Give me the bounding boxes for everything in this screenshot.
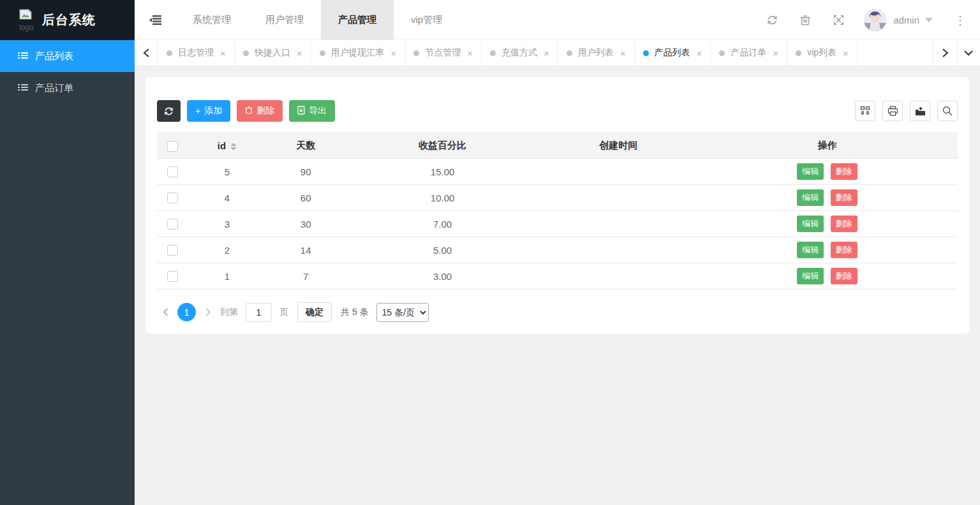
tab-close-icon[interactable]: × [220, 48, 226, 59]
tab-close-icon[interactable]: × [697, 48, 702, 59]
tab-product-orders[interactable]: 产品订单 × [711, 40, 787, 66]
top-navbar: 系统管理 用户管理 产品管理 vip管理 [135, 0, 980, 40]
tab-close-icon[interactable]: × [544, 48, 549, 59]
delete-row-button[interactable]: 删除 [831, 189, 858, 206]
tab-log-management[interactable]: 日志管理 × [158, 40, 235, 66]
tabs-scroll-left-icon[interactable] [135, 40, 158, 66]
table-toolbar: +添加 删除 导出 [157, 100, 958, 122]
username-label[interactable]: admin [893, 15, 919, 26]
broken-image-icon [19, 9, 32, 22]
user-avatar[interactable] [864, 9, 886, 31]
app-title: 后台系统 [42, 11, 96, 29]
delete-row-button[interactable]: 删除 [831, 268, 858, 284]
table-row: 2 14 5.00 编辑 删除 [157, 237, 958, 263]
delete-button[interactable]: 删除 [237, 100, 283, 122]
cell-id: 2 [188, 237, 267, 263]
columns-icon[interactable] [855, 101, 875, 121]
table-refresh-button[interactable] [157, 100, 181, 122]
select-all-checkbox[interactable] [167, 141, 178, 152]
sidebar-item-product-list[interactable]: 产品列表 [0, 40, 135, 72]
tab-close-icon[interactable]: × [467, 48, 473, 59]
user-dropdown-caret-icon[interactable] [925, 18, 933, 22]
topbar-right: admin ⋮ [755, 9, 980, 31]
column-header-id[interactable]: id [188, 133, 267, 159]
delete-row-button[interactable]: 删除 [831, 242, 858, 258]
cell-days: 14 [267, 237, 345, 263]
tab-dot-icon [243, 50, 249, 56]
tab-close-icon[interactable]: × [843, 48, 849, 59]
tab-label: 用户提现汇率 [331, 47, 385, 59]
row-checkbox[interactable] [167, 193, 178, 203]
refresh-icon[interactable] [755, 15, 789, 26]
tab-quick-entry[interactable]: 快捷入口 × [235, 40, 311, 66]
tabs-dropdown-icon[interactable] [956, 40, 980, 66]
topnav-label: vip管理 [411, 14, 442, 26]
tab-withdraw-rate[interactable]: 用户提现汇率 × [311, 40, 406, 66]
tab-close-icon[interactable]: × [297, 48, 302, 59]
cell-created [540, 185, 697, 211]
tab-label: 快捷入口 [255, 47, 290, 59]
edit-button[interactable]: 编辑 [797, 189, 824, 206]
tab-close-icon[interactable]: × [773, 48, 778, 59]
tab-user-list[interactable]: 用户列表 × [558, 40, 635, 66]
edit-button[interactable]: 编辑 [797, 268, 824, 284]
row-checkbox[interactable] [167, 219, 178, 230]
tab-product-list[interactable]: 产品列表 × [635, 40, 711, 66]
main-area: 系统管理 用户管理 产品管理 vip管理 [135, 0, 980, 505]
page-size-select[interactable]: 15 条/页 [376, 303, 429, 322]
add-button[interactable]: +添加 [187, 100, 230, 122]
more-menu-icon[interactable]: ⋮ [949, 13, 971, 27]
tab-close-icon[interactable]: × [391, 48, 397, 59]
topnav-item-system[interactable]: 系统管理 [175, 0, 248, 40]
topnav-label: 用户管理 [265, 14, 304, 26]
cell-id: 3 [188, 211, 267, 237]
content-area: +添加 删除 导出 [135, 66, 980, 505]
tab-dot-icon [719, 50, 725, 56]
column-label: id [218, 140, 226, 151]
row-checkbox[interactable] [167, 245, 178, 256]
prev-page-icon[interactable] [157, 308, 174, 316]
export-data-icon[interactable] [910, 101, 930, 121]
goto-page-input[interactable] [246, 303, 272, 322]
cell-percent: 3.00 [345, 263, 540, 289]
column-header-percent: 收益百分比 [345, 133, 540, 159]
edit-button[interactable]: 编辑 [797, 216, 824, 232]
sort-icon[interactable] [230, 143, 237, 150]
cell-created [540, 159, 697, 185]
sidebar: logo 后台系统 产品列表 产品订单 [0, 0, 135, 505]
table-header-row: id 天数 收益百分比 创建时间 操作 [157, 133, 958, 159]
cell-percent: 10.00 [345, 185, 540, 211]
current-page-button[interactable]: 1 [177, 303, 196, 321]
edit-button[interactable]: 编辑 [797, 163, 824, 180]
row-checkbox[interactable] [167, 166, 178, 177]
delete-row-button[interactable]: 删除 [831, 163, 858, 180]
fullscreen-icon[interactable] [822, 15, 855, 26]
topnav-item-vip[interactable]: vip管理 [394, 0, 459, 40]
cell-days: 60 [267, 185, 345, 211]
tab-node-management[interactable]: 节点管理 × [405, 40, 482, 66]
print-icon[interactable] [882, 101, 903, 121]
topnav-item-product[interactable]: 产品管理 [321, 0, 394, 40]
trash-icon[interactable] [789, 15, 822, 26]
tab-dot-icon [643, 50, 649, 56]
topnav-label: 系统管理 [193, 14, 231, 26]
topnav-item-user[interactable]: 用户管理 [248, 0, 321, 40]
tab-vip-list[interactable]: vip列表 × [787, 40, 858, 66]
confirm-page-button[interactable]: 确定 [297, 302, 332, 322]
sidebar-item-label: 产品列表 [35, 50, 73, 62]
cell-percent: 5.00 [345, 237, 540, 263]
export-button-label: 导出 [309, 105, 327, 117]
search-icon[interactable] [937, 101, 958, 121]
edit-button[interactable]: 编辑 [797, 242, 824, 258]
next-page-icon[interactable] [200, 308, 216, 316]
tab-recharge-method[interactable]: 充值方式 × [482, 40, 558, 66]
product-list-card: +添加 删除 导出 [145, 77, 969, 333]
row-checkbox[interactable] [167, 271, 178, 282]
sidebar-collapse-icon[interactable] [135, 15, 175, 25]
export-button[interactable]: 导出 [289, 100, 335, 122]
tab-close-icon[interactable]: × [620, 48, 626, 59]
tabs-scroll-right-icon[interactable] [933, 40, 956, 66]
sidebar-item-product-orders[interactable]: 产品订单 [0, 72, 135, 104]
delete-row-button[interactable]: 删除 [831, 216, 858, 232]
column-header-days: 天数 [267, 133, 345, 159]
